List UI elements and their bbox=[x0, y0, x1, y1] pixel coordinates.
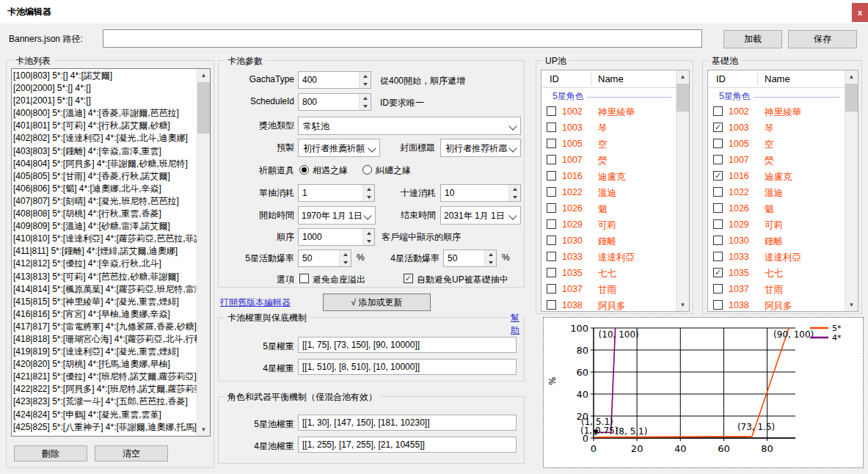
list-item[interactable]: [424|824] 5*:[申鶴] 4*:[凝光,重雲,雲堇] bbox=[13, 409, 197, 421]
load-button[interactable]: 加載 bbox=[723, 30, 782, 48]
pool-row[interactable]: 1003琴 bbox=[542, 120, 676, 136]
pool-row[interactable]: 1022溫迪 bbox=[542, 184, 676, 200]
pool-row[interactable]: 1033達達利亞 bbox=[542, 249, 676, 265]
step-down-icon[interactable] bbox=[363, 193, 374, 201]
list-item[interactable]: [423|823] 5*:[荒瀧一斗] 4*:[五郎,芭芭拉,香菱] bbox=[13, 395, 197, 408]
pool-row-checkbox[interactable] bbox=[547, 187, 556, 197]
pool-row-checkbox[interactable] bbox=[547, 284, 556, 293]
single-cost-stepper[interactable]: 1 bbox=[298, 184, 375, 202]
list-item[interactable]: [408|808] 5*:[胡桃] 4*:[行秋,重雲,香菱] bbox=[13, 208, 197, 220]
rate5-value[interactable]: 50 bbox=[299, 250, 339, 266]
pool-row[interactable]: 1029可莉 bbox=[542, 216, 676, 233]
list-item[interactable]: [419|819] 5*:[達達利亞] 4*:[凝光,重雲,煙緋] bbox=[13, 346, 197, 358]
step-down-icon[interactable] bbox=[360, 80, 371, 88]
pool-row-checkbox[interactable]: ✓ bbox=[713, 171, 723, 181]
list-item[interactable]: [402|802] 5*:[達達利亞] 4*:[凝光,北斗,迪奧娜] bbox=[13, 132, 197, 145]
pool-weight4-input[interactable] bbox=[298, 437, 517, 453]
scroll-up-icon[interactable]: ▲ bbox=[197, 69, 210, 81]
single-cost-value[interactable]: 1 bbox=[299, 185, 362, 201]
pool-row-checkbox[interactable] bbox=[547, 300, 556, 310]
scroll-down-icon[interactable]: ▼ bbox=[845, 299, 858, 311]
up-pool-list[interactable]: ID Name 5星角色 1002神里綾華1003琴1005空1007熒1016… bbox=[541, 70, 690, 312]
pool-row[interactable]: 1026魈 bbox=[542, 200, 676, 216]
weight4-input[interactable] bbox=[298, 359, 517, 375]
step-up-icon[interactable] bbox=[509, 185, 520, 193]
help-link[interactable]: 幫助 bbox=[509, 312, 524, 337]
avoid-constellation-overflow-checkbox[interactable] bbox=[299, 274, 309, 283]
step-down-icon[interactable] bbox=[485, 258, 496, 266]
pool-row-checkbox[interactable] bbox=[547, 252, 556, 261]
weight5-input[interactable] bbox=[298, 337, 517, 353]
pool-row-checkbox[interactable] bbox=[547, 171, 556, 181]
scroll-down-icon[interactable]: ▼ bbox=[676, 299, 689, 311]
scrollbar-thumb[interactable] bbox=[197, 82, 210, 134]
pool-row-checkbox[interactable] bbox=[713, 155, 723, 164]
pool-row-checkbox[interactable] bbox=[547, 268, 556, 277]
pool-row-checkbox[interactable] bbox=[713, 219, 723, 229]
base-pool-list[interactable]: ID Name 5星角色 1002神里綾華✓1003琴1005空1007熒✓10… bbox=[707, 70, 858, 312]
save-button[interactable]: 保存 bbox=[788, 30, 857, 48]
pool-row-checkbox[interactable] bbox=[547, 219, 556, 229]
pool-row-checkbox[interactable]: ✓ bbox=[713, 268, 723, 277]
list-item[interactable]: [401|801] 5*:[可莉] 4*:[行秋,諾艾爾,砂糖] bbox=[13, 120, 197, 132]
list-item[interactable]: [420|820] 5*:[胡桃] 4*:[托馬,迪奧娜,早柚] bbox=[13, 358, 197, 371]
list-item[interactable]: [411|811] 5*:[鍾離] 4*:[煙緋,諾艾爾,迪奧娜] bbox=[13, 245, 197, 258]
pool-row[interactable]: 1035七七 bbox=[542, 265, 676, 281]
preset-select[interactable]: 初行者推薦祈願 bbox=[298, 139, 380, 157]
open-old-editor-link[interactable]: 打開舊版本編輯器 bbox=[220, 296, 291, 309]
pool-row[interactable]: 1037甘雨 bbox=[542, 281, 676, 297]
step-down-icon[interactable] bbox=[360, 102, 371, 110]
pool-row-checkbox[interactable] bbox=[713, 236, 723, 245]
cover-title-select[interactable]: 初行者推荐祈愿 bbox=[440, 139, 521, 157]
scroll-up-icon[interactable]: ▲ bbox=[845, 70, 858, 83]
gachatype-stepper[interactable]: 400 bbox=[298, 71, 371, 89]
list-item[interactable]: [400|800] 5*:[溫迪] 4*:[香菱,菲謝爾,芭芭拉] bbox=[13, 107, 197, 120]
pool-row-checkbox[interactable] bbox=[713, 300, 723, 310]
rate4-value[interactable]: 50 bbox=[444, 250, 484, 266]
pool-row[interactable]: 1030鍾離 bbox=[709, 233, 845, 249]
pool-row-checkbox[interactable] bbox=[713, 203, 723, 213]
pool-row[interactable]: ✓1003琴 bbox=[709, 120, 845, 136]
scheduleid-value[interactable]: 800 bbox=[299, 94, 359, 110]
pool-row[interactable]: ✓1016迪盧克 bbox=[709, 168, 845, 184]
pool-weight5-input[interactable] bbox=[298, 415, 517, 431]
order-value[interactable]: 1000 bbox=[299, 229, 362, 245]
list-item[interactable]: [422|822] 5*:[阿貝多] 4*:[班尼特,諾艾爾,蘿莎莉亞] bbox=[13, 383, 197, 395]
scroll-up-icon[interactable]: ▲ bbox=[676, 70, 689, 83]
pool-row[interactable]: ✓1035七七 bbox=[709, 265, 845, 281]
scrollbar-thumb[interactable] bbox=[676, 84, 689, 112]
pool-row-checkbox[interactable] bbox=[713, 106, 723, 116]
list-item[interactable]: [405|805] 5*:[甘雨] 4*:[香菱,行秋,諾艾爾] bbox=[13, 170, 197, 183]
pool-row-checkbox[interactable] bbox=[547, 155, 556, 164]
pool-row[interactable]: 1007熒 bbox=[542, 152, 676, 168]
step-up-icon[interactable] bbox=[363, 229, 374, 237]
close-icon[interactable]: x bbox=[852, 3, 868, 22]
pool-row-checkbox[interactable] bbox=[547, 139, 556, 148]
pool-row-checkbox[interactable] bbox=[547, 123, 556, 132]
delete-button[interactable]: 刪除 bbox=[14, 445, 87, 462]
pool-row[interactable]: 1033達達利亞 bbox=[709, 249, 845, 265]
list-item[interactable]: [412|812] 5*:[優拉] 4*:[辛焱,行秋,北斗] bbox=[13, 258, 197, 270]
step-up-icon[interactable] bbox=[360, 94, 371, 102]
rate5-stepper[interactable]: 50 bbox=[298, 249, 351, 267]
list-item[interactable]: [421|821] 5*:[優拉] 4*:[班尼特,諾艾爾,蘿莎莉亞] bbox=[13, 371, 197, 383]
pool-row[interactable]: 1005空 bbox=[542, 136, 676, 152]
pool-row[interactable]: 1002神里綾華 bbox=[709, 103, 845, 120]
list-item[interactable]: [418|818] 5*:[珊瑚宮心海] 4*:[蘿莎莉亞,北斗,行秋] bbox=[13, 333, 197, 346]
list-item[interactable]: [414|814] 5*:[楓原萬葉] 4*:[蘿莎莉亞,班尼特,雷澤] bbox=[13, 283, 197, 296]
pool-row-checkbox[interactable] bbox=[713, 284, 723, 293]
pool-row[interactable]: 1038阿貝多 bbox=[709, 297, 845, 311]
pool-row[interactable]: 1026魈 bbox=[709, 200, 845, 216]
step-up-icon[interactable] bbox=[363, 185, 374, 193]
list-item[interactable]: [413|813] 5*:[可莉] 4*:[芭芭拉,砂糖,菲謝爾] bbox=[13, 271, 197, 283]
list-item[interactable]: [415|815] 5*:[神里綾華] 4*:[凝光,重雲,煙緋] bbox=[13, 296, 197, 308]
ten-cost-value[interactable]: 10 bbox=[441, 185, 508, 201]
pool-row-checkbox[interactable] bbox=[547, 203, 556, 213]
scheduleid-stepper[interactable]: 800 bbox=[298, 93, 371, 111]
radio-intertwined-fate[interactable] bbox=[362, 165, 372, 175]
step-up-icon[interactable] bbox=[340, 250, 351, 258]
list-item[interactable]: [100|803] 5*:[] 4*:[諾艾爾] bbox=[13, 70, 197, 82]
pool-row-checkbox[interactable] bbox=[547, 236, 556, 245]
pool-row[interactable]: 1037甘雨 bbox=[709, 281, 845, 297]
pool-row[interactable]: 1007熒 bbox=[709, 152, 845, 168]
